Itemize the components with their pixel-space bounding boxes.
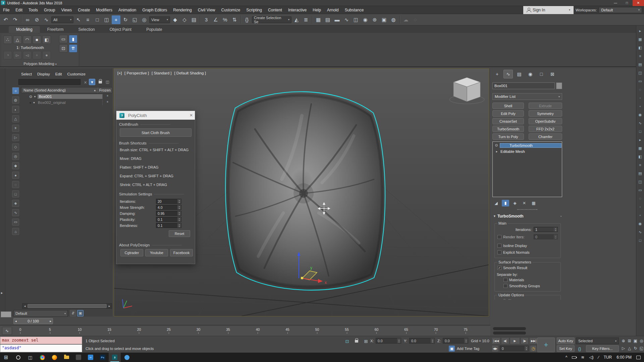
- maximize-button[interactable]: □: [621, 0, 633, 6]
- close-icon[interactable]: ✕: [190, 113, 193, 118]
- docked-toolbar-icon[interactable]: ▫: [637, 212, 643, 218]
- menu-tools[interactable]: Tools: [25, 6, 41, 14]
- docked-toolbar-icon[interactable]: ◦: [637, 204, 643, 210]
- menu-civil-view[interactable]: Civil View: [195, 6, 218, 14]
- filter-icon[interactable]: ▼: [89, 79, 95, 85]
- object-name[interactable]: Box002_original: [37, 100, 102, 105]
- ribbon-tab-freeform[interactable]: Freeform: [40, 26, 71, 33]
- ribbon-panel-caption[interactable]: Polygon Modeling ▾: [1, 62, 79, 66]
- taskbar-app-chrome[interactable]: [36, 353, 48, 362]
- search-input[interactable]: [18, 79, 80, 85]
- docked-toolbar-icon[interactable]: ▦: [637, 36, 643, 42]
- panel-splitter[interactable]: [517, 209, 537, 210]
- ribbon-tab-selection[interactable]: Selection: [71, 26, 102, 33]
- horizontal-scrollbar[interactable]: ◂ ▸: [22, 303, 112, 309]
- isoline-display-checkbox[interactable]: Isoline Display: [497, 244, 527, 248]
- spin-down-icon[interactable]: ▾: [431, 341, 434, 343]
- time-tag-icon[interactable]: ▣: [449, 346, 455, 352]
- viewport-menu-pov[interactable]: [ Perspective ]: [124, 71, 149, 75]
- unlink-selection-icon[interactable]: ⊘: [33, 15, 41, 24]
- polygon-mode-icon[interactable]: ■: [33, 36, 41, 44]
- selection-filter-dropdown[interactable]: All▾: [51, 16, 73, 23]
- stack-modifier-name[interactable]: TurboSmooth: [500, 143, 561, 148]
- object-name-field[interactable]: Box001: [492, 82, 555, 89]
- taskbar-app-3dsmax[interactable]: 3: [109, 353, 121, 362]
- explorer-menu-customize[interactable]: Customize: [65, 72, 88, 76]
- element-mode-icon[interactable]: ◧: [42, 36, 51, 44]
- spin-down-icon[interactable]: ▾: [177, 201, 181, 203]
- key-mode-toggle-icon[interactable]: ◀▶: [492, 345, 498, 352]
- explorer-filter-icon[interactable]: ◇: [12, 143, 19, 150]
- select-and-link-icon[interactable]: ∞: [23, 15, 32, 24]
- stack-row[interactable]: ▸Editable Mesh: [493, 148, 561, 154]
- taskbar-app-firefox[interactable]: [48, 353, 60, 362]
- ribbon-tool-icon[interactable]: ●: [42, 51, 51, 59]
- tab-create[interactable]: +: [492, 70, 502, 78]
- search-button[interactable]: [12, 353, 24, 362]
- clock[interactable]: 6:00 PM: [616, 355, 632, 360]
- spin-down-icon[interactable]: ▾: [464, 341, 468, 343]
- scroll-left-icon[interactable]: ◂: [22, 304, 27, 308]
- select-and-scale-icon[interactable]: ◱: [130, 15, 139, 24]
- curve-editor-icon[interactable]: ∿: [342, 15, 351, 24]
- docked-toolbar-icon[interactable]: ◫: [637, 70, 643, 76]
- select-and-move-icon[interactable]: +: [112, 15, 120, 24]
- tab-hierarchy[interactable]: ▤: [515, 70, 524, 78]
- select-and-place-icon[interactable]: ◎: [140, 15, 149, 24]
- previous-frame-button[interactable]: ◀|: [501, 338, 509, 344]
- render-setup-icon[interactable]: ⊛: [370, 15, 379, 24]
- docked-toolbar-icon[interactable]: ∿: [637, 120, 643, 126]
- toggle-ribbon-icon[interactable]: ▬: [333, 15, 341, 24]
- field-of-view-icon[interactable]: ▷: [621, 345, 626, 351]
- menu-substance[interactable]: Substance: [342, 6, 367, 14]
- spinner-arrows[interactable]: ▴▾: [177, 217, 181, 222]
- next-frame-button[interactable]: |▶: [521, 338, 529, 344]
- redo-icon[interactable]: ↷: [11, 15, 19, 24]
- tray-volume-icon[interactable]: ◁): [589, 355, 593, 360]
- close-button[interactable]: ✕: [633, 0, 644, 6]
- time-slider-handle[interactable]: ◂ 0 / 100 ▸: [13, 318, 53, 324]
- select-by-name-icon[interactable]: ≡: [84, 15, 92, 24]
- track-bar[interactable]: ∿ 051015202530354045505560657075: [0, 325, 490, 336]
- taskbar-app-photoshop[interactable]: Ps: [97, 353, 109, 362]
- setting-spinner-bendiness-[interactable]: 0.1▴▾: [156, 223, 181, 228]
- about-button-youtube[interactable]: Youtube: [145, 249, 168, 256]
- axis-field-y-[interactable]: 0.0▴▾: [409, 338, 435, 344]
- make-unique-icon[interactable]: ◈: [511, 200, 519, 206]
- use-pivot-center-icon[interactable]: ◆: [171, 15, 179, 24]
- docked-toolbar-icon[interactable]: ◉: [637, 112, 643, 118]
- layout-swatch[interactable]: [1, 311, 11, 317]
- name-column-header[interactable]: Name (Sorted Ascending): [21, 88, 66, 92]
- frozen-toggle-icon[interactable]: *: [102, 100, 112, 105]
- rectangular-selection-region-icon[interactable]: □: [93, 15, 102, 24]
- next-modifier-icon[interactable]: ⇈: [69, 44, 77, 53]
- docked-toolbar-icon[interactable]: ≡: [637, 162, 643, 168]
- ribbon-tab-populate[interactable]: Populate: [139, 26, 169, 33]
- menu-group[interactable]: Group: [41, 6, 58, 14]
- tab-modify[interactable]: ∿: [503, 70, 513, 78]
- materials-checkbox[interactable]: Materials: [503, 278, 524, 282]
- explorer-menu-edit[interactable]: Edit: [53, 72, 65, 76]
- docked-toolbar-icon[interactable]: □: [637, 237, 643, 243]
- explorer-filter-icon[interactable]: ⌂: [12, 228, 19, 235]
- align-icon[interactable]: ≣: [302, 15, 310, 24]
- explorer-menu-select[interactable]: Select: [18, 72, 35, 76]
- taskbar-app-generic[interactable]: [72, 353, 85, 362]
- spinner-arrows[interactable]: ▴▾: [397, 338, 401, 343]
- about-button-facebook[interactable]: Facebook: [170, 249, 193, 256]
- explorer-preset-dropdown[interactable]: Default ▾: [13, 310, 68, 317]
- about-button-cgtrader[interactable]: Cgtrader: [120, 249, 143, 256]
- add-key-button[interactable]: +: [537, 338, 555, 352]
- menu-customize[interactable]: Customize: [218, 6, 244, 14]
- named-selection-combo[interactable]: Create Selection Se▾: [252, 16, 291, 23]
- walk-through-icon[interactable]: △: [627, 345, 632, 351]
- taskbar-app-blue[interactable]: [121, 353, 133, 362]
- render-production-icon[interactable]: ◍: [389, 15, 398, 24]
- key-filters-button[interactable]: Key Filters...: [586, 345, 619, 352]
- tab-display[interactable]: □: [537, 70, 546, 78]
- language-indicator[interactable]: TUR: [604, 355, 612, 360]
- modifier-button-symmetry[interactable]: Symmetry: [529, 110, 562, 117]
- percent-snap-icon[interactable]: %: [221, 15, 229, 24]
- spin-down-icon[interactable]: ▾: [525, 349, 528, 351]
- open-gallery-icon[interactable]: ◌: [411, 15, 420, 24]
